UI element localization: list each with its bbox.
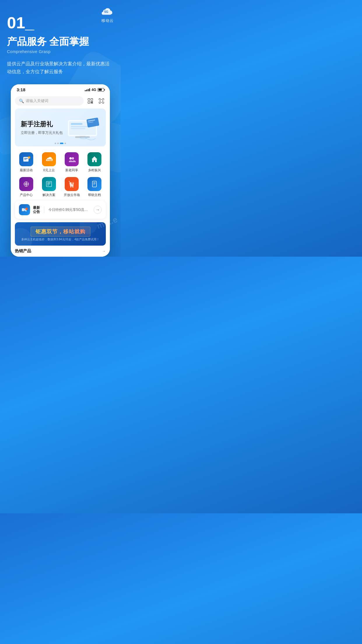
- svg-rect-37: [47, 184, 50, 184]
- hot-products-more-arrow: →: [102, 249, 106, 253]
- svg-point-39: [70, 186, 71, 188]
- announcement-text: 今日特价0.99元享5G流量今日特价0.99...: [48, 207, 91, 212]
- search-area: 🔍 请输入关键词: [11, 94, 110, 108]
- svg-rect-14: [71, 123, 82, 125]
- icon-item-latest-activity[interactable]: N 最新活动: [15, 150, 38, 175]
- solutions-icon: [42, 177, 56, 191]
- icon-item-free-cloud[interactable]: FRE 0元上云: [38, 150, 60, 175]
- svg-rect-38: [47, 185, 49, 186]
- subtitle-en: Comprehensive Grasp: [7, 49, 114, 54]
- help-docs-icon: [87, 177, 101, 191]
- rural-label: 乡村振兴: [88, 168, 101, 172]
- svg-point-40: [72, 186, 73, 188]
- icon-item-rural[interactable]: 乡村振兴: [83, 150, 106, 175]
- open-market-label: 开放云市场: [64, 193, 80, 197]
- announcement-label-line2: 公告: [33, 210, 40, 214]
- svg-marker-28: [92, 156, 97, 162]
- banner-content: 新手注册礼 立即注册，即享万元大礼包: [15, 115, 68, 140]
- phone-mockup: 3:18 4G 🔍 请: [11, 84, 110, 257]
- signal-bar-4: [89, 88, 90, 91]
- banner-dot-3: [60, 143, 64, 144]
- svg-rect-3: [88, 102, 90, 103]
- solutions-label: 解决方案: [43, 193, 55, 197]
- announcement-arrow[interactable]: →: [94, 206, 102, 214]
- announcement-label-line1: 最新: [33, 206, 40, 210]
- rural-icon: [87, 152, 101, 166]
- battery-fill: [99, 89, 102, 91]
- product-center-label: 产品中心: [20, 193, 33, 197]
- svg-rect-36: [47, 183, 51, 183]
- icon-grid: N 最新活动 FRE 0元上云: [11, 150, 110, 200]
- new-old-share-label: 新老同享: [65, 168, 78, 172]
- svg-point-27: [72, 157, 74, 160]
- icon-item-share[interactable]: 新老同享: [60, 150, 83, 175]
- banner-subtitle: 立即注册，即享万元大礼包: [21, 130, 63, 135]
- svg-rect-44: [93, 182, 96, 183]
- svg-point-26: [69, 157, 72, 160]
- hot-products-title: 热销产品: [15, 249, 31, 254]
- status-4g-label: 4G: [92, 88, 96, 92]
- free-cloud-icon: FRE: [42, 152, 56, 166]
- promo-circle-1: [15, 228, 32, 246]
- icon-grid-section: N 最新活动 FRE 0元上云: [11, 150, 110, 257]
- latest-activity-label: 最新活动: [20, 168, 33, 172]
- open-market-icon: ★: [65, 177, 79, 191]
- promo-banner[interactable]: 钜惠双节，移站就购 多种云主机超低价，数据库3.84元/月起，4款产品免费试用！: [15, 222, 106, 246]
- icon-item-product-center[interactable]: 产品中心: [15, 175, 38, 200]
- icon-item-open-market[interactable]: ★ 开放云市场: [60, 175, 83, 200]
- banner-dot-2: [57, 143, 59, 144]
- hot-products-more[interactable]: →: [102, 249, 106, 253]
- step-number: 01_: [7, 15, 114, 31]
- banner-dot-4: [65, 143, 66, 144]
- svg-rect-47: [93, 185, 94, 186]
- logo-area: 5G 移动云: [100, 6, 115, 23]
- hot-products-header: 热销产品 →: [11, 246, 110, 257]
- qr-scan-icon[interactable]: [86, 97, 95, 105]
- banner-dot-1: [55, 143, 56, 144]
- svg-rect-16: [71, 128, 85, 129]
- free-cloud-label: 0元上云: [43, 168, 55, 172]
- page-wrapper: 5G 移动云 01_ 产品服务 全面掌握 Comprehensive Grasp…: [0, 0, 121, 257]
- scan-icon[interactable]: [97, 97, 106, 105]
- status-right-icons: 4G: [85, 88, 104, 92]
- svg-rect-48: [22, 208, 24, 211]
- svg-text:FRE: FRE: [47, 159, 52, 161]
- svg-rect-5: [92, 102, 93, 102]
- search-icon: 🔍: [19, 99, 24, 103]
- signal-bar-2: [86, 90, 87, 91]
- banner-pagination: [55, 143, 66, 144]
- banner-title: 新手注册礼: [21, 120, 63, 129]
- svg-rect-1: [88, 99, 90, 100]
- search-placeholder: 请输入关键词: [26, 98, 48, 104]
- new-old-share-icon: [65, 152, 79, 166]
- announcement-label-wrapper: 最新 公告: [33, 206, 40, 214]
- svg-rect-15: [71, 126, 88, 127]
- search-bar[interactable]: 🔍 请输入关键词: [15, 96, 84, 106]
- status-time: 3:18: [17, 87, 25, 92]
- help-docs-label: 帮助文档: [88, 193, 101, 197]
- svg-text:★: ★: [72, 182, 74, 185]
- hero-banner[interactable]: 新手注册礼 立即注册，即享万元大礼包: [15, 108, 106, 146]
- announcement-icon: !: [19, 204, 30, 215]
- phone-container: 3:18 4G 🔍 请: [0, 84, 121, 257]
- svg-text:N: N: [28, 157, 29, 159]
- promo-sub-text: 多种云主机超低价，数据库3.84元/月起，4款产品免费试用！: [21, 237, 99, 242]
- icon-item-solutions[interactable]: 解决方案: [38, 175, 60, 200]
- svg-rect-8: [92, 102, 92, 103]
- logo-text: 移动云: [101, 18, 114, 23]
- announcement-bar[interactable]: ! 最新 公告 今日特价0.99元享5G流量今日特价0.99... →: [15, 201, 106, 219]
- status-bar: 3:18 4G: [11, 84, 110, 94]
- icon-item-help-docs[interactable]: 帮助文档: [83, 175, 106, 200]
- description-text: 提供云产品及行业场景解决方案介绍，最新优惠活动信息，全方位了解云服务: [7, 60, 114, 76]
- svg-rect-45: [93, 183, 96, 184]
- divider: [44, 206, 44, 213]
- svg-rect-46: [93, 184, 95, 185]
- svg-rect-2: [91, 99, 93, 100]
- promo-main-text: 钜惠双节，移站就购: [36, 229, 85, 235]
- signal-bar-3: [88, 89, 89, 91]
- latest-activity-icon: N: [19, 152, 33, 166]
- svg-text:5G: 5G: [104, 10, 108, 13]
- svg-rect-22: [24, 159, 27, 160]
- svg-point-30: [25, 183, 27, 185]
- signal-bars-icon: [85, 88, 90, 91]
